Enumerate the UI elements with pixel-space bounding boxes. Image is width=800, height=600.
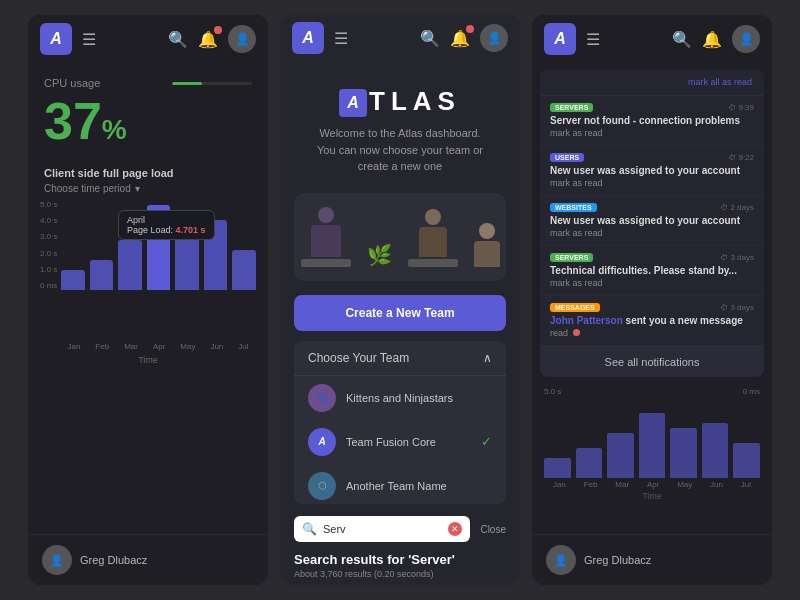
- time-axis-label: Time: [28, 351, 268, 365]
- right-topnav: A ☰ 🔍 🔔 👤: [532, 15, 772, 63]
- cpu-bar-track: [172, 82, 252, 85]
- right-bar: [544, 458, 571, 478]
- team-chooser-label: Choose Your Team: [308, 351, 409, 365]
- center-bell-icon[interactable]: 🔔: [450, 29, 470, 48]
- figure-3: [474, 223, 500, 267]
- search-box[interactable]: 🔍 Serv ✕: [294, 516, 470, 542]
- center-avatar[interactable]: 👤: [480, 24, 508, 52]
- notif-badge-websites: WEBSITES: [550, 203, 597, 212]
- center-search-icon[interactable]: 🔍: [420, 29, 440, 48]
- chart-bar: [232, 250, 256, 290]
- illustration-figures: 🌿: [301, 207, 500, 267]
- figure-body: [474, 241, 500, 267]
- search-results-subtitle: About 3,760 results (0.20 seconds): [280, 569, 520, 585]
- chart-tooltip: April Page Load: 4.701 s: [118, 210, 215, 240]
- notif-badge-servers-1: SERVERS: [550, 103, 593, 112]
- notif-action-4[interactable]: mark as read: [550, 278, 754, 288]
- chart-y-labels: 5.0 s 4.0 s 3.0 s 2.0 s 1.0 s 0 ms: [40, 200, 61, 290]
- notification-item-2: USERS ⏱ 9:22 New user was assigned to yo…: [540, 146, 764, 196]
- notif-action-2[interactable]: mark as read: [550, 178, 754, 188]
- center-bell-badge: [466, 25, 474, 33]
- mark-all-read[interactable]: mark all as read: [540, 69, 764, 96]
- right-bar: [670, 428, 697, 478]
- notif-time-4: ⏱ 3 days: [720, 253, 754, 262]
- team-chooser-header[interactable]: Choose Your Team ∧: [294, 341, 506, 375]
- team-avatar-another: ⬡: [308, 472, 336, 500]
- notif-meta-4: SERVERS ⏱ 3 days: [550, 253, 754, 262]
- plant-icon: 🌿: [367, 243, 392, 267]
- figure-desk: [408, 259, 458, 267]
- right-user-name: Greg Dlubacz: [584, 554, 651, 566]
- notification-item-4: SERVERS ⏱ 3 days Technical difficulties.…: [540, 246, 764, 296]
- notif-badge-messages: MESSAGES: [550, 303, 600, 312]
- atlas-logo-a: A: [339, 89, 367, 117]
- bell-badge: [214, 26, 222, 34]
- search-icon[interactable]: 🔍: [168, 30, 188, 49]
- menu-icon[interactable]: ☰: [82, 30, 96, 49]
- right-menu-icon[interactable]: ☰: [586, 30, 600, 49]
- user-row[interactable]: 👤 Greg Dlubacz: [28, 534, 268, 585]
- right-time-label: Time: [532, 489, 772, 505]
- create-team-button[interactable]: Create a New Team: [294, 295, 506, 331]
- notif-meta-5: MESSAGES ⏱ 3 days: [550, 303, 754, 312]
- left-panel: A ☰ 🔍 🔔 👤 CPU usage 37% Client side full…: [28, 15, 268, 585]
- right-logo: A: [544, 23, 576, 55]
- search-clear-button[interactable]: ✕: [448, 522, 462, 536]
- team-name-another: Another Team Name: [346, 480, 447, 492]
- search-close-button[interactable]: Close: [480, 524, 506, 535]
- notif-action-1[interactable]: mark as read: [550, 128, 754, 138]
- notif-badge-users: USERS: [550, 153, 584, 162]
- cpu-section: CPU usage 37%: [28, 63, 268, 159]
- see-all-notifications-button[interactable]: See all notifications: [540, 346, 764, 377]
- left-logo: A: [40, 23, 72, 55]
- avatar[interactable]: 👤: [228, 25, 256, 53]
- team-item-kittens[interactable]: 🐾 Kittens and Ninjastars: [294, 376, 506, 420]
- notif-meta-2: USERS ⏱ 9:22: [550, 153, 754, 162]
- cpu-bar-fill: [172, 82, 202, 85]
- cpu-unit: %: [102, 114, 127, 145]
- read-dot: [573, 329, 580, 336]
- chart-bar: [61, 270, 85, 290]
- search-input[interactable]: Serv: [323, 523, 442, 535]
- right-bar: [639, 413, 666, 478]
- notif-time-5: ⏱ 3 days: [720, 303, 754, 312]
- notification-item-3: WEBSITES ⏱ 2 days New user was assigned …: [540, 196, 764, 246]
- figure-desk: [301, 259, 351, 267]
- time-select[interactable]: Choose time period ▾: [28, 183, 268, 200]
- right-chart-x-labels: JanFebMarAprMayJunJul: [532, 478, 772, 489]
- search-box-icon: 🔍: [302, 522, 317, 536]
- figure-body: [311, 225, 341, 257]
- right-user-avatar: 👤: [546, 545, 576, 575]
- right-bar: [733, 443, 760, 478]
- notif-title-3: New user was assigned to your account: [550, 214, 754, 227]
- atlas-header: ATLAS Welcome to the Atlas dashboard.You…: [280, 62, 520, 185]
- notif-action-5[interactable]: read: [550, 328, 754, 338]
- search-results-title: Search results for 'Server': [280, 546, 520, 569]
- team-name-kittens: Kittens and Ninjastars: [346, 392, 453, 404]
- figure-2: [408, 209, 458, 267]
- notif-link-user[interactable]: John Patterson: [550, 315, 623, 326]
- notif-time-1: ⏱ 9:39: [728, 103, 754, 112]
- team-item-fusion[interactable]: A Team Fusion Core ✓: [294, 420, 506, 464]
- atlas-subtitle: Welcome to the Atlas dashboard.You can n…: [300, 125, 500, 175]
- notif-time-2: ⏱ 9:22: [728, 153, 754, 162]
- notif-title-2: New user was assigned to your account: [550, 164, 754, 177]
- team-item-another[interactable]: ⬡ Another Team Name: [294, 464, 506, 504]
- right-search-icon[interactable]: 🔍: [672, 30, 692, 49]
- chart-x-labels: JanFebMarAprMayJunJul: [48, 340, 268, 351]
- bell-icon[interactable]: 🔔: [198, 30, 218, 49]
- cpu-value: 37%: [44, 95, 252, 147]
- user-avatar: 👤: [42, 545, 72, 575]
- chart-bar: [175, 232, 199, 290]
- cpu-label: CPU usage: [44, 77, 252, 89]
- right-user-row[interactable]: 👤 Greg Dlubacz: [532, 534, 772, 585]
- search-area: 🔍 Serv ✕ Close: [294, 516, 506, 542]
- center-menu-icon[interactable]: ☰: [334, 29, 348, 48]
- team-avatar-fusion: A: [308, 428, 336, 456]
- right-avatar[interactable]: 👤: [732, 25, 760, 53]
- chart-bar: [118, 240, 142, 290]
- center-nav-icons: 🔍 🔔 👤: [420, 24, 508, 52]
- right-bell-icon[interactable]: 🔔: [702, 30, 722, 49]
- notif-action-3[interactable]: mark as read: [550, 228, 754, 238]
- right-chart-labels-y: 5.0 s0 ms: [532, 383, 772, 398]
